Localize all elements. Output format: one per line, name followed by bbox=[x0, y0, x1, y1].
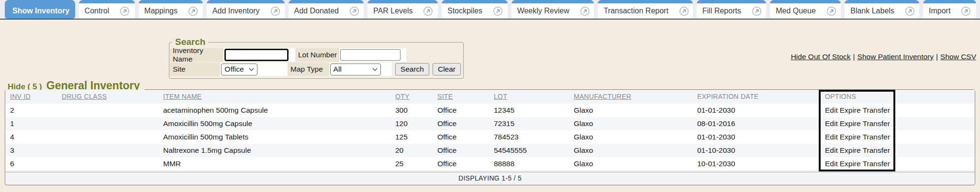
external-link-icon[interactable] bbox=[423, 6, 433, 16]
tab-top-cap bbox=[368, 0, 438, 3]
search-grid: Inventory Name Lot Number Site Office Ma… bbox=[170, 48, 463, 77]
tab-par-levels[interactable]: PAR Levels bbox=[368, 0, 438, 19]
cell-manufacturer: Glaxo bbox=[570, 157, 693, 171]
column-header-qty[interactable]: QTY bbox=[391, 90, 434, 104]
external-link-icon[interactable] bbox=[580, 6, 590, 16]
expire-link[interactable]: Expire bbox=[840, 106, 861, 114]
expire-link[interactable]: Expire bbox=[840, 160, 861, 168]
expire-link[interactable]: Expire bbox=[840, 119, 861, 128]
tab-add-inventory[interactable]: Add Inventory bbox=[207, 0, 285, 19]
column-header-drug_class[interactable]: DRUG CLASS bbox=[58, 90, 159, 104]
lot-number-input[interactable] bbox=[340, 49, 401, 61]
external-link-icon[interactable] bbox=[188, 6, 198, 16]
cell-drug_class bbox=[58, 157, 159, 171]
tab-stockpiles[interactable]: Stockpiles bbox=[442, 0, 508, 19]
show-patient-inventory-link[interactable]: Show Patient Inventory bbox=[858, 53, 934, 61]
edit-link[interactable]: Edit bbox=[825, 119, 838, 128]
cell-inv_id: 6 bbox=[5, 157, 58, 171]
map-type-select[interactable]: All bbox=[330, 64, 381, 75]
edit-link[interactable]: Edit bbox=[825, 146, 838, 154]
tab-body: Weekly Review bbox=[512, 3, 594, 19]
edit-link[interactable]: Edit bbox=[825, 106, 838, 114]
table-row: 3Naltrexone 1.5mg Capsule20Office5454555… bbox=[5, 144, 975, 157]
hide-out-of-stock-link[interactable]: Hide Out Of Stock bbox=[791, 53, 851, 61]
column-header-inv_id[interactable]: INV ID bbox=[5, 90, 58, 104]
tab-show-inventory[interactable]: Show Inventory bbox=[5, 0, 75, 19]
cell-manufacturer: Glaxo bbox=[570, 144, 693, 157]
transfer-link[interactable]: Transfer bbox=[863, 133, 890, 141]
column-header-label[interactable]: DRUG CLASS bbox=[62, 93, 107, 100]
transfer-link[interactable]: Transfer bbox=[863, 119, 890, 128]
chevron-down-icon bbox=[372, 68, 378, 71]
column-header-label[interactable]: SITE bbox=[437, 93, 453, 100]
lot-number-label: Lot Number bbox=[295, 48, 339, 62]
tab-body: Med Queue bbox=[770, 3, 841, 19]
tab-top-cap bbox=[697, 0, 766, 3]
column-header-label[interactable]: QTY bbox=[395, 93, 410, 100]
inventory-name-label: Inventory Name bbox=[170, 48, 223, 62]
external-link-icon[interactable] bbox=[270, 6, 280, 16]
clear-button[interactable]: Clear bbox=[433, 63, 461, 75]
tab-top-cap bbox=[845, 0, 919, 3]
external-link-icon[interactable] bbox=[905, 6, 915, 16]
tab-fill-reports[interactable]: Fill Reports bbox=[697, 0, 766, 19]
tab-blank-labels[interactable]: Blank Labels bbox=[845, 0, 919, 19]
cell-lot: 784523 bbox=[490, 130, 570, 144]
column-header-label[interactable]: ITEM NAME bbox=[163, 93, 201, 100]
external-link-icon[interactable] bbox=[349, 6, 359, 16]
tab-body: PAR Levels bbox=[368, 3, 438, 19]
table-header-row: INV IDDRUG CLASSITEM NAMEQTYSITELOTMANUF… bbox=[5, 90, 975, 104]
cell-drug_class bbox=[58, 117, 159, 130]
cell-item_name: acetaminophen 500mg Capsule bbox=[159, 104, 391, 117]
edit-link[interactable]: Edit bbox=[825, 133, 838, 141]
expire-link[interactable]: Expire bbox=[840, 133, 861, 141]
tab-top-cap bbox=[598, 0, 692, 3]
column-header-manufacturer[interactable]: MANUFACTURER bbox=[570, 90, 693, 104]
cell-options: EditExpireTransfer bbox=[821, 157, 895, 171]
column-header-lot[interactable]: LOT bbox=[490, 90, 570, 104]
tab-transaction-report[interactable]: Transaction Report bbox=[598, 0, 692, 19]
transfer-link[interactable]: Transfer bbox=[863, 160, 890, 168]
tab-control[interactable]: Control bbox=[79, 0, 135, 19]
cell-expiration_date: 01-01-2030 bbox=[693, 104, 821, 117]
cell-item_name: Amoxicillin 500mg Tablets bbox=[159, 130, 391, 144]
external-link-icon[interactable] bbox=[752, 6, 762, 16]
cell-site: Office bbox=[434, 157, 490, 171]
tab-med-queue[interactable]: Med Queue bbox=[770, 0, 841, 19]
tab-add-donated[interactable]: Add Donated bbox=[289, 0, 364, 19]
transfer-link[interactable]: Transfer bbox=[863, 146, 890, 154]
external-link-icon[interactable] bbox=[826, 6, 836, 16]
search-buttons: Search Clear bbox=[392, 63, 463, 76]
column-header-label[interactable]: MANUFACTURER bbox=[574, 93, 631, 100]
tab-body: Add Donated bbox=[289, 3, 364, 19]
external-link-icon[interactable] bbox=[493, 6, 503, 16]
column-header-label[interactable]: LOT bbox=[494, 93, 507, 100]
tab-label: Fill Reports bbox=[702, 7, 741, 15]
edit-link[interactable]: Edit bbox=[825, 160, 838, 168]
tab-weekly-review[interactable]: Weekly Review bbox=[512, 0, 594, 19]
external-link-icon[interactable] bbox=[120, 6, 130, 16]
inventory-name-input[interactable] bbox=[224, 49, 289, 61]
tab-import[interactable]: Import bbox=[923, 0, 976, 19]
search-button[interactable]: Search bbox=[395, 63, 429, 75]
cell-expiration_date: 10-01-2030 bbox=[693, 157, 821, 171]
lot-number-cell bbox=[339, 48, 406, 62]
site-select[interactable]: Office bbox=[221, 64, 257, 75]
expire-link[interactable]: Expire bbox=[840, 146, 861, 154]
row-filler-cell bbox=[895, 144, 975, 157]
cell-manufacturer: Glaxo bbox=[570, 130, 693, 144]
cell-site: Office bbox=[434, 104, 490, 117]
tab-label: Weekly Review bbox=[517, 7, 569, 15]
cell-options: EditExpireTransfer bbox=[821, 144, 895, 157]
transfer-link[interactable]: Transfer bbox=[863, 106, 890, 114]
external-link-icon[interactable] bbox=[961, 6, 971, 16]
tab-mappings[interactable]: Mappings bbox=[139, 0, 203, 19]
cell-drug_class bbox=[58, 130, 159, 144]
general-inventory-section: Hide ( 5 ) General Inventory INV IDDRUG … bbox=[5, 89, 975, 185]
column-header-site[interactable]: SITE bbox=[434, 90, 490, 104]
row-filler-cell bbox=[895, 117, 975, 130]
external-link-icon[interactable] bbox=[679, 6, 689, 16]
show-csv-link[interactable]: Show CSV bbox=[940, 53, 976, 61]
column-header-label[interactable]: INV ID bbox=[10, 93, 31, 100]
column-header-item_name[interactable]: ITEM NAME bbox=[159, 90, 391, 104]
